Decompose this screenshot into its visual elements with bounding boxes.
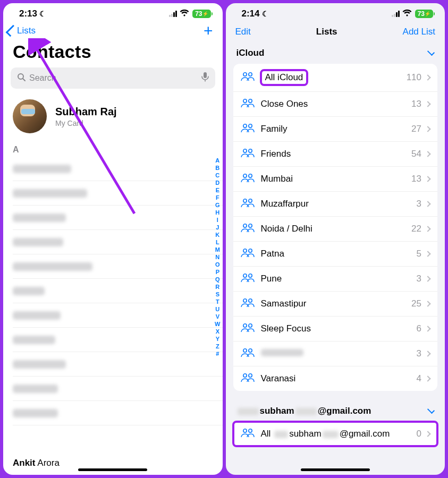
svg-point-21	[243, 299, 246, 302]
chevron-right-icon	[425, 101, 430, 107]
group-icon	[241, 373, 255, 385]
list-row[interactable]: Patna5	[233, 242, 438, 267]
svg-point-24	[248, 324, 251, 327]
row-count: 5	[417, 249, 421, 259]
lists-screen: 2:14☾ 73⚡ Edit Lists Add List iCloud All…	[226, 3, 445, 475]
row-label: Friends	[261, 149, 412, 159]
row-label: All subham@gmail.com	[261, 429, 417, 439]
contacts-list[interactable]: ABCDEFGHIJKLMNOPQRSTUVWXYZ#	[3, 157, 223, 451]
group-icon	[241, 173, 255, 185]
svg-point-15	[243, 224, 246, 227]
row-count: 13	[411, 174, 421, 184]
svg-point-3	[243, 73, 246, 76]
row-label: Patna	[261, 249, 417, 259]
chevron-right-icon	[425, 151, 430, 157]
mic-icon[interactable]	[201, 72, 209, 84]
row-label: Samastipur	[261, 298, 412, 309]
chevron-right-icon	[425, 301, 430, 306]
list-row[interactable]: Samastipur25	[233, 292, 438, 317]
list-row[interactable]: Friends54	[233, 142, 438, 167]
list-row[interactable]: Varanasi4	[233, 366, 438, 391]
svg-point-6	[248, 99, 251, 103]
list-row[interactable]: All iCloud110	[233, 64, 438, 92]
back-button[interactable]: Lists	[9, 25, 36, 36]
row-label: Muzaffarpur	[261, 199, 417, 209]
row-count: 3	[417, 199, 421, 209]
list-row[interactable]: Mumbai13	[233, 167, 438, 192]
cellular-icon	[392, 11, 399, 17]
moon-icon: ☾	[39, 10, 46, 18]
row-label: All iCloud	[261, 70, 308, 85]
svg-point-4	[248, 73, 251, 76]
list-row[interactable]: 3	[233, 342, 438, 366]
chevron-right-icon	[425, 276, 430, 281]
row-label: Varanasi	[261, 373, 417, 384]
list-row[interactable]: Sleep Focus6	[233, 317, 438, 342]
section-header-gmail[interactable]: subham@gmail.com	[226, 400, 445, 422]
row-label: Mumbai	[261, 174, 412, 184]
svg-point-7	[243, 124, 246, 127]
svg-line-1	[23, 79, 25, 81]
nav-bar: Lists +	[3, 21, 223, 39]
svg-point-10	[248, 149, 251, 152]
list-row[interactable]: Close Ones13	[233, 92, 438, 117]
chevron-right-icon	[425, 251, 430, 257]
chevron-right-icon	[425, 375, 430, 381]
row-count: 22	[411, 224, 421, 234]
add-list-button[interactable]: Add List	[403, 27, 435, 37]
svg-rect-2	[204, 72, 207, 78]
alpha-index[interactable]: ABCDEFGHIJKLMNOPQRSTUVWXYZ#	[215, 157, 220, 357]
chevron-right-icon	[425, 74, 430, 80]
row-count: 4	[417, 373, 421, 384]
search-input[interactable]: Search	[11, 67, 215, 89]
row-count: 27	[411, 124, 421, 134]
status-icons: 73⚡	[392, 10, 433, 19]
battery-icon: 73⚡	[415, 10, 433, 18]
svg-point-13	[243, 199, 246, 202]
chevron-right-icon	[425, 351, 430, 356]
section-header-icloud[interactable]: iCloud	[226, 42, 445, 64]
svg-point-30	[248, 429, 251, 432]
group-icon	[241, 298, 255, 310]
group-icon	[241, 348, 255, 360]
group-icon	[241, 98, 255, 110]
row-count: 6	[417, 323, 421, 334]
group-icon	[241, 198, 255, 210]
wifi-icon	[180, 10, 189, 19]
status-time: 2:14☾	[242, 8, 269, 19]
list-row-all-gmail[interactable]: All subham@gmail.com 0	[233, 422, 438, 446]
my-card[interactable]: Subham Raj My Card	[3, 96, 223, 143]
svg-point-12	[248, 174, 251, 177]
group-icon	[241, 248, 255, 260]
list-row[interactable]: Noida / Delhi22	[233, 217, 438, 242]
add-button[interactable]: +	[204, 25, 213, 36]
list-row[interactable]: Pune3	[233, 267, 438, 292]
svg-point-27	[243, 374, 246, 377]
chevron-right-icon	[425, 431, 430, 437]
nav-title: Lists	[316, 27, 337, 37]
svg-point-11	[243, 174, 246, 177]
row-count: 25	[411, 298, 421, 309]
row-label: Pune	[261, 274, 417, 284]
svg-point-23	[243, 324, 246, 327]
group-icon	[241, 323, 255, 335]
home-indicator	[301, 468, 370, 471]
moon-icon: ☾	[262, 10, 269, 18]
list-row[interactable]: Muzaffarpur3	[233, 192, 438, 217]
cellular-icon	[169, 11, 176, 17]
status-bar: 2:14☾ 73⚡	[226, 3, 445, 21]
svg-point-5	[243, 99, 246, 103]
edit-button[interactable]: Edit	[235, 27, 251, 37]
contact-row[interactable]: Ankit Arora	[3, 451, 223, 475]
chevron-left-icon	[6, 25, 18, 37]
battery-icon: 73⚡	[192, 10, 210, 18]
svg-point-28	[248, 374, 251, 377]
svg-point-20	[248, 274, 251, 277]
chevron-down-icon	[427, 48, 435, 56]
row-label: Noida / Delhi	[261, 224, 412, 234]
status-icons: 73⚡	[169, 10, 210, 19]
status-bar: 2:13☾ 73⚡	[3, 3, 223, 21]
svg-point-8	[248, 124, 251, 127]
row-count: 13	[411, 99, 421, 109]
list-row[interactable]: Family27	[233, 117, 438, 142]
